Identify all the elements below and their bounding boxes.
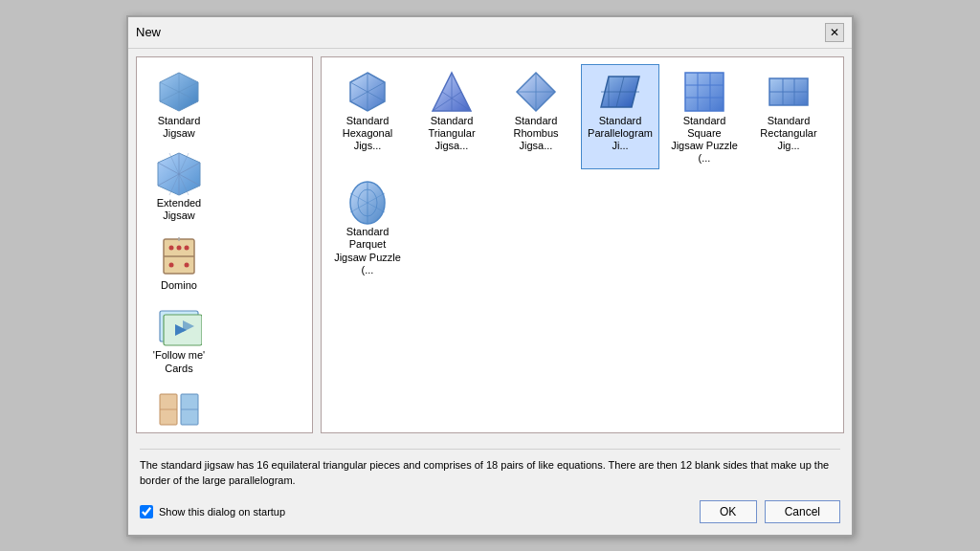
std-triangular-jigsaw-icon bbox=[429, 69, 475, 115]
svg-point-15 bbox=[169, 263, 174, 268]
extended-jigsaw-icon bbox=[156, 151, 202, 197]
right-panel: StandardHexagonal Jigs... StandardTriang… bbox=[321, 56, 844, 433]
right-item-std-rectangular-jigsaw-label: StandardRectangular Jig... bbox=[754, 115, 823, 153]
right-item-std-parquet-jigsaw-label: Standard ParquetJigsaw Puzzle (... bbox=[333, 226, 402, 276]
ok-button[interactable]: OK bbox=[700, 500, 757, 523]
right-item-std-parallelogram-jigsaw-label: StandardParallelogram Ji... bbox=[586, 115, 655, 153]
description-text: The standard jigsaw has 16 equilateral t… bbox=[140, 449, 840, 489]
std-rectangular-jigsaw-icon bbox=[766, 69, 812, 115]
close-button[interactable]: ✕ bbox=[825, 23, 844, 42]
right-item-std-rhombus-jigsaw[interactable]: StandardRhombus Jigsa... bbox=[498, 65, 574, 169]
standard-jigsaw-icon bbox=[156, 69, 202, 115]
right-item-std-parquet-jigsaw[interactable]: Standard ParquetJigsaw Puzzle (... bbox=[329, 176, 406, 280]
title-bar: New ✕ bbox=[128, 17, 852, 49]
footer: Show this dialog on startup OK Cancel bbox=[140, 496, 840, 527]
right-item-std-hex-jigsaw[interactable]: StandardHexagonal Jigs... bbox=[329, 65, 406, 169]
domino-icon bbox=[156, 233, 202, 279]
right-item-std-square-jigsaw[interactable]: Standard SquareJigsaw Puzzle (... bbox=[666, 65, 743, 169]
left-item-standard-jigsaw-label: StandardJigsaw bbox=[158, 115, 201, 140]
cancel-button[interactable]: Cancel bbox=[765, 500, 840, 523]
std-rhombus-jigsaw-icon bbox=[513, 69, 559, 115]
startup-checkbox-label: Show this dialog on startup bbox=[159, 506, 285, 518]
left-item-follow-me-cards[interactable]: 'Follow me'Cards bbox=[141, 299, 217, 378]
right-item-std-hex-jigsaw-label: StandardHexagonal Jigs... bbox=[333, 115, 402, 153]
left-item-rectangular-cards[interactable]: RectangularCards bbox=[141, 383, 217, 433]
left-item-domino[interactable]: Domino bbox=[141, 230, 217, 296]
bottom-area: The standard jigsaw has 16 equilateral t… bbox=[128, 441, 852, 535]
svg-rect-55 bbox=[685, 73, 724, 111]
std-parquet-jigsaw-icon bbox=[345, 180, 390, 226]
content-area: StandardJigsaw ExtendedJigsaw bbox=[128, 49, 852, 441]
btn-group: OK Cancel bbox=[700, 500, 840, 523]
dialog-title: New bbox=[136, 25, 161, 39]
right-item-std-triangular-jigsaw-label: StandardTriangular Jigsa... bbox=[417, 115, 486, 153]
right-item-std-rectangular-jigsaw[interactable]: StandardRectangular Jig... bbox=[750, 65, 827, 169]
right-item-std-square-jigsaw-label: Standard SquareJigsaw Puzzle (... bbox=[670, 115, 739, 165]
svg-point-16 bbox=[185, 263, 189, 268]
left-item-rectangular-cards-label: RectangularCards bbox=[150, 432, 207, 433]
left-item-standard-jigsaw[interactable]: StandardJigsaw bbox=[141, 65, 217, 143]
startup-checkbox[interactable] bbox=[140, 505, 153, 518]
rectangular-cards-icon bbox=[156, 386, 202, 432]
left-item-domino-label: Domino bbox=[161, 279, 197, 292]
left-item-extended-jigsaw-label: ExtendedJigsaw bbox=[157, 197, 201, 222]
new-dialog: New ✕ StandardJigsaw bbox=[126, 15, 854, 537]
right-item-std-triangular-jigsaw[interactable]: StandardTriangular Jigsa... bbox=[413, 65, 490, 169]
checkbox-area: Show this dialog on startup bbox=[140, 505, 285, 518]
svg-point-14 bbox=[177, 246, 182, 251]
left-item-follow-me-cards-label: 'Follow me'Cards bbox=[153, 349, 205, 374]
left-panel: StandardJigsaw ExtendedJigsaw bbox=[136, 56, 313, 433]
std-hex-jigsaw-icon bbox=[345, 69, 390, 115]
right-item-std-rhombus-jigsaw-label: StandardRhombus Jigsa... bbox=[501, 115, 570, 153]
left-item-extended-jigsaw[interactable]: ExtendedJigsaw bbox=[141, 147, 217, 226]
svg-point-12 bbox=[169, 246, 174, 251]
std-square-jigsaw-icon bbox=[681, 69, 727, 115]
follow-me-cards-icon bbox=[156, 303, 202, 349]
right-item-std-parallelogram-jigsaw[interactable]: StandardParallelogram Ji... bbox=[582, 65, 658, 169]
std-parallelogram-jigsaw-icon bbox=[597, 69, 643, 115]
svg-point-13 bbox=[185, 246, 189, 251]
